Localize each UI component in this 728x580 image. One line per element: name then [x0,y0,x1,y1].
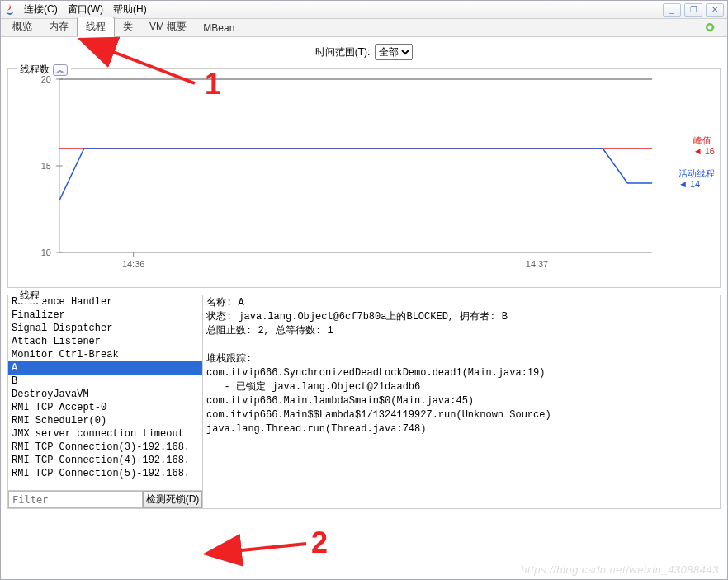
thread-list-item[interactable]: Monitor Ctrl-Break [8,348,202,361]
tab-memory[interactable]: 内存 [40,17,77,36]
svg-point-1 [708,26,712,30]
time-range-controls: 时间范围(T): 全部 [1,37,727,64]
tabbar: 概览 内存 线程 类 VM 概要 MBean [1,19,727,37]
peak-label: 峰值 [693,135,711,145]
watermark: https://blog.csdn.net/weixin_43088443 [521,563,719,576]
menu-window[interactable]: 窗口(W) [63,1,108,18]
thread-count-chart: 20 15 10 14:36 14:37 峰值 ◄ 16 活动线程 ◄ 14 [10,71,718,285]
thread-detail-pane[interactable]: 名称: A 状态: java.lang.Object@6cf7b80a上的BLO… [203,295,720,508]
thread-list-item[interactable]: RMI TCP Accept-0 [8,401,202,414]
svg-text:15: 15 [41,161,51,171]
tab-vm-summary[interactable]: VM 概要 [141,17,195,36]
svg-text:14:37: 14:37 [526,259,548,269]
peak-value: 16 [705,146,715,156]
svg-text:14:36: 14:36 [122,259,144,269]
refresh-icon[interactable] [704,21,719,34]
thread-list-item[interactable]: Attach Listener [8,335,202,348]
thread-list-item[interactable]: A [8,361,202,375]
tab-classes[interactable]: 类 [115,17,141,36]
thread-list-item[interactable]: RMI Scheduler(0) [8,414,202,427]
svg-line-16 [209,544,306,554]
thread-list[interactable]: Reference HandlerFinalizerSignal Dispatc… [8,295,202,490]
minimize-button[interactable]: _ [663,3,681,17]
thread-list-item[interactable]: RMI TCP Connection(3)-192.168. [8,441,202,454]
tab-mbean[interactable]: MBean [195,20,243,36]
time-range-label: 时间范围(T): [315,45,371,59]
thread-list-item[interactable]: B [8,375,202,388]
live-value: 14 [690,179,700,189]
menu-help[interactable]: 帮助(H) [108,1,152,18]
live-label: 活动线程 [678,168,715,178]
svg-text:20: 20 [41,74,51,84]
svg-text:10: 10 [41,248,51,257]
close-button[interactable]: ✕ [706,3,724,17]
thread-list-item[interactable]: Finalizer [8,309,202,322]
time-range-select[interactable]: 全部 [375,44,413,60]
menu-connection[interactable]: 连接(C) [19,1,63,18]
threads-section-title: 线程 [17,289,43,303]
thread-list-item[interactable]: RMI TCP Connection(5)-192.168. [8,467,202,480]
threads-detail-section: 线程 Reference HandlerFinalizerSignal Disp… [7,295,721,509]
maximize-button[interactable]: ❐ [684,3,702,17]
tab-overview[interactable]: 概览 [4,17,40,36]
thread-filter-input[interactable] [8,491,143,508]
thread-list-item[interactable]: Signal Dispatcher [8,322,202,335]
annotation-2: 2 [311,526,328,560]
java-icon [4,4,16,16]
tab-threads[interactable]: 线程 [77,17,115,37]
thread-list-item[interactable]: RMI TCP Connection(4)-192.168. [8,454,202,467]
thread-list-item[interactable]: DestroyJavaVM [8,388,202,401]
thread-count-chart-section: 线程数 ︽ 20 15 10 14:36 14:37 [7,68,721,288]
detect-deadlock-button[interactable]: 检测死锁(D) [143,491,202,508]
thread-list-item[interactable]: JMX server connection timeout [8,427,202,441]
